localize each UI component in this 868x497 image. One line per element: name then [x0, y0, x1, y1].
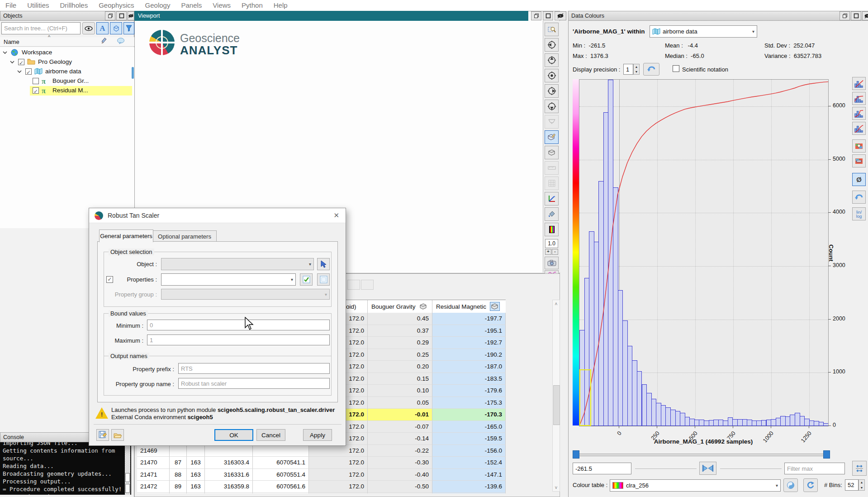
tree-expand-icon[interactable] — [10, 60, 14, 64]
console-scrollbar[interactable] — [125, 442, 130, 495]
tree-checkbox[interactable]: ✓ — [18, 59, 24, 65]
fill-colour-icon[interactable] — [545, 207, 559, 221]
tree-expand-icon[interactable] — [17, 70, 22, 73]
viewport-maximize-button[interactable] — [543, 11, 553, 20]
minimum-input[interactable]: 0 — [147, 320, 330, 330]
axes-icon[interactable] — [545, 192, 559, 205]
comment-icon[interactable] — [117, 38, 125, 44]
table-tab-1[interactable] — [347, 280, 360, 290]
lin-log-toggle[interactable]: lin/log — [852, 207, 866, 220]
selection-box[interactable] — [579, 369, 591, 426]
table-header-bouguer[interactable]: Bouguer Gravity — [368, 300, 432, 313]
scientific-notation-checkbox[interactable] — [673, 65, 679, 72]
menu-geology[interactable]: Geology — [140, 0, 176, 11]
label-filter-button[interactable]: A — [96, 22, 109, 34]
range-slider-max-handle[interactable] — [823, 450, 830, 459]
map-filter-icon[interactable] — [852, 154, 866, 167]
exaggeration-minus-button[interactable]: - — [552, 249, 558, 255]
perspective-icon[interactable] — [545, 115, 559, 129]
view-north-icon[interactable] — [545, 53, 559, 67]
colourbar-icon[interactable] — [545, 223, 559, 236]
menu-file[interactable]: File — [0, 0, 22, 11]
table-scroll-down-icon[interactable]: ˅ — [553, 484, 560, 491]
tab-optional-parameters[interactable]: Optional parameters — [152, 230, 217, 242]
filter-min-input[interactable]: -261.5 — [573, 463, 631, 474]
filter-max-input[interactable]: Filter max — [784, 463, 845, 474]
menu-python[interactable]: Python — [236, 0, 268, 11]
ruler-icon[interactable] — [545, 161, 559, 175]
properties-checkbox[interactable]: ✓ — [106, 276, 113, 283]
table-row[interactable]: 2147188163316331.66070551.4172.0-0.40-14… — [137, 469, 506, 481]
apply-button[interactable]: Apply — [303, 429, 332, 441]
search-input[interactable]: Search in tree... (Ctrl+F) — [1, 22, 81, 34]
data-cube-icon-active[interactable] — [490, 302, 500, 311]
no-data-value-icon[interactable]: Ø — [852, 173, 866, 186]
dialog-close-icon[interactable]: ✕ — [333, 211, 339, 220]
load-settings-button[interactable] — [111, 429, 124, 441]
select-all-properties-button[interactable] — [300, 273, 313, 286]
undo-icon[interactable] — [852, 191, 866, 204]
tree-header[interactable]: ^ Name — [0, 37, 134, 47]
table-header-residual[interactable]: Residual Magnetic — [432, 300, 506, 313]
menu-utilities[interactable]: Utilities — [22, 0, 54, 11]
table-scroll-up-icon[interactable]: ˄ — [553, 300, 560, 307]
menu-geophysics[interactable]: Geophysics — [93, 0, 139, 11]
filter-button[interactable] — [123, 22, 134, 34]
tree-checkbox[interactable] — [33, 78, 39, 84]
range-slider-groove[interactable] — [575, 454, 830, 456]
bins-spinner-arrows[interactable]: ▲▼ — [859, 479, 865, 491]
tree-item-workspace[interactable]: Workspace — [0, 48, 133, 57]
airborne-heatmap[interactable] — [156, 105, 533, 195]
view-east-icon[interactable] — [545, 84, 559, 98]
create-section-icon[interactable] — [545, 130, 559, 144]
tree-expand-icon[interactable] — [3, 51, 7, 54]
histogram-mode-2-icon[interactable] — [852, 92, 866, 105]
save-settings-button[interactable] — [96, 429, 109, 441]
histogram-mode-3-icon[interactable] — [852, 107, 866, 120]
objects-hide-button[interactable] — [128, 11, 134, 20]
maximum-input[interactable]: 1 — [147, 335, 330, 345]
tree-item-residual-m-[interactable]: ✓πResidual M... — [0, 86, 133, 96]
colour-table-combo[interactable]: clra_256 ▾ — [610, 479, 781, 492]
ok-button[interactable]: OK — [214, 429, 253, 441]
object-combo[interactable]: ▾ — [161, 258, 314, 270]
cancel-button[interactable]: Cancel — [256, 429, 285, 441]
display-precision-spinner[interactable]: 1 — [623, 64, 633, 75]
vertical-exaggeration-value[interactable]: 1.0 — [545, 239, 558, 248]
tree-checkbox[interactable]: ✓ — [33, 87, 39, 94]
tree-scrollbar[interactable] — [132, 67, 134, 79]
property-prefix-input[interactable]: RTS — [178, 363, 330, 374]
exaggeration-plus-button[interactable]: + — [545, 249, 551, 255]
equalize-button[interactable] — [783, 478, 798, 492]
property-group-name-input[interactable]: Robust tan scaler — [178, 378, 330, 389]
table-row[interactable]: 2147289163316359.86070561.6172.0-0.50-13… — [137, 481, 506, 493]
viewport-float-button[interactable] — [531, 11, 541, 20]
pencil-icon[interactable] — [100, 38, 108, 45]
data-colours-maximize-button[interactable] — [851, 11, 861, 20]
display-precision-arrows[interactable]: ▲▼ — [633, 64, 640, 75]
table-row[interactable]: 2147390163316388.06070571.0172.0-0.60-12… — [137, 493, 506, 494]
menu-help[interactable]: Help — [268, 0, 293, 11]
workspace-combo[interactable]: airborne data ▾ — [650, 25, 757, 38]
histogram-mode-4-icon[interactable] — [852, 122, 866, 135]
tree-item-pro-geology[interactable]: ✓Pro Geology — [0, 57, 133, 67]
view-west-icon[interactable] — [545, 38, 559, 52]
table-tab-2[interactable] — [361, 280, 374, 290]
view-south-icon[interactable] — [545, 100, 559, 113]
table-scrollbar[interactable]: ˄ ˅ — [552, 300, 560, 492]
objects-float-button[interactable] — [105, 11, 115, 20]
data-colours-float-button[interactable] — [840, 11, 850, 20]
histogram-plot[interactable] — [579, 79, 829, 426]
visibility-toggle-button[interactable] — [82, 22, 95, 34]
slice-box-icon[interactable] — [545, 146, 559, 159]
menu-views[interactable]: Views — [207, 0, 236, 11]
tree-checkbox[interactable]: ✓ — [25, 68, 32, 75]
bins-spinner[interactable]: 52 — [845, 479, 859, 491]
properties-combo[interactable]: ▾ — [161, 273, 296, 286]
data-cube-icon[interactable] — [419, 303, 427, 310]
console-output[interactable]: Importing JSON file...Getting contents i… — [0, 442, 131, 495]
table-row[interactable]: 21469172.0-0.22-156.0 — [137, 445, 506, 457]
pick-object-button[interactable] — [317, 258, 330, 270]
zoom-extents-icon[interactable] — [545, 23, 559, 36]
screenshot-button[interactable] — [545, 257, 559, 269]
